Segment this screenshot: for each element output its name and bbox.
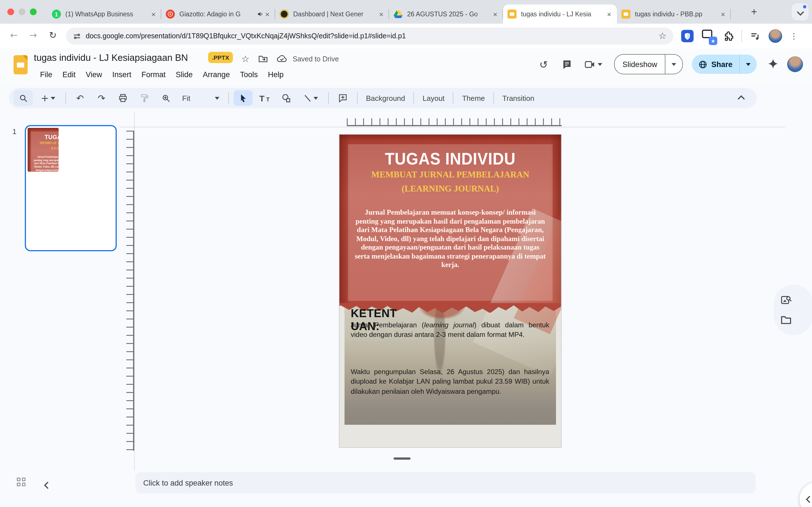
slide-thumbnail[interactable]: TUGAS INDIVIDU MEMBUAT JURNAL PEMBELAJAR…: [25, 125, 117, 251]
slides-icon: [507, 10, 516, 18]
menu-slide[interactable]: Slide: [170, 69, 198, 80]
screen: 1 (1) WhatsApp Business × Giazotto: Adag…: [0, 0, 812, 507]
menu-file[interactable]: File: [35, 69, 57, 80]
bitwarden-extension-icon[interactable]: [681, 30, 694, 42]
menu-tools[interactable]: Tools: [235, 69, 263, 80]
close-tab-icon[interactable]: ×: [264, 10, 271, 18]
grid-view-button[interactable]: [17, 478, 26, 487]
search-menus-button[interactable]: [13, 90, 33, 106]
theme-button[interactable]: Theme: [457, 94, 490, 102]
slideshow-button[interactable]: Slideshow: [614, 54, 683, 74]
insert-shape-button[interactable]: [276, 90, 296, 106]
new-slide-button[interactable]: +: [35, 90, 61, 106]
slide-canvas[interactable]: TUGAS INDIVIDU MEMBUAT JURNAL PEMBELAJAR…: [340, 135, 561, 447]
print-button[interactable]: [113, 90, 133, 106]
collapse-filmstrip-button[interactable]: [45, 480, 50, 490]
ketentuan-paragraph-2[interactable]: Waktu pengumpulan Selasa, 26 Agustus 202…: [351, 367, 549, 397]
move-folder-icon[interactable]: [258, 55, 268, 62]
vertical-guide-line: [134, 112, 135, 470]
emblem-icon: [280, 10, 289, 18]
close-window-button[interactable]: [7, 8, 14, 15]
meet-video-icon[interactable]: [581, 55, 606, 74]
share-dropdown[interactable]: [739, 55, 757, 74]
close-tab-icon[interactable]: ×: [720, 10, 726, 18]
paint-format-button[interactable]: [135, 90, 154, 106]
insert-line-button[interactable]: [298, 90, 324, 106]
menu-view[interactable]: View: [81, 69, 107, 80]
browser-profile-avatar[interactable]: [769, 29, 782, 43]
comments-icon[interactable]: [558, 55, 577, 74]
media-controls-icon[interactable]: [750, 31, 761, 41]
tab-title: (1) WhatsApp Business: [65, 11, 150, 17]
ketentuan-paragraph-1[interactable]: Jurnal Pembelajaran (learning journal) d…: [351, 321, 549, 340]
reload-button[interactable]: ↻: [49, 30, 57, 41]
slides-logo-icon[interactable]: [13, 55, 28, 74]
browser-menu-icon[interactable]: ⋮: [790, 32, 798, 41]
site-settings-icon[interactable]: [73, 32, 81, 40]
menu-edit[interactable]: Edit: [57, 69, 81, 80]
text-box-button[interactable]: TT: [255, 90, 274, 106]
tab-title: tugas individu - PBB.pp: [635, 11, 720, 17]
slide-subtitle-2[interactable]: (LEARNING JOURNAL): [340, 184, 561, 194]
line-icon: [303, 94, 312, 102]
zoom-level-select[interactable]: Fit: [177, 90, 224, 106]
menu-insert[interactable]: Insert: [107, 69, 137, 80]
save-status[interactable]: Saved to Drive: [293, 55, 339, 63]
zoom-button[interactable]: [156, 90, 175, 106]
tab-search-button[interactable]: [792, 3, 809, 20]
close-tab-icon[interactable]: ×: [492, 10, 499, 18]
new-tab-button[interactable]: +: [751, 6, 757, 18]
tab-dashboard[interactable]: Dashboard | Next Gener ×: [275, 4, 389, 24]
account-avatar[interactable]: [787, 56, 803, 72]
slide-title[interactable]: TUGAS INDIVIDU: [348, 149, 552, 168]
extensions-puzzle-icon[interactable]: [723, 31, 733, 41]
tab-bookmark-extension-icon[interactable]: ★: [702, 29, 715, 43]
slide-number: 1: [12, 127, 16, 136]
saved-to-drive-icon: [277, 55, 287, 62]
menu-help[interactable]: Help: [263, 69, 289, 80]
menu-arrange[interactable]: Arrange: [198, 69, 235, 80]
tab-youtube-music[interactable]: Giazotto: Adagio in G ×: [161, 4, 275, 24]
slideshow-dropdown[interactable]: [665, 55, 682, 74]
redo-button[interactable]: ↷: [92, 90, 111, 106]
tab-slides-pbb[interactable]: tugas individu - PBB.pp ×: [617, 4, 731, 24]
gemini-sparkle-icon[interactable]: [767, 58, 779, 70]
share-button[interactable]: Share: [692, 55, 757, 74]
whatsapp-icon: 1: [52, 10, 61, 18]
hide-menus-button[interactable]: [739, 94, 744, 104]
tab-audio-icon[interactable]: [257, 11, 264, 17]
version-history-icon[interactable]: ↺: [534, 55, 553, 74]
vertical-ruler: [126, 131, 134, 451]
zoom-window-button[interactable]: [30, 8, 37, 15]
menu-format[interactable]: Format: [137, 69, 171, 80]
star-document-icon[interactable]: ☆: [241, 54, 250, 64]
browser-toolbar: ← → ↻ docs.google.com/presentation/d/1T8…: [0, 24, 812, 48]
close-tab-icon[interactable]: ×: [378, 10, 385, 18]
tab-drive[interactable]: 26 AGUSTUS 2025 - Go ×: [389, 4, 503, 24]
drive-icon: [394, 10, 403, 18]
select-tool-button[interactable]: [234, 90, 253, 106]
tab-slides-active[interactable]: tugas individu - LJ Kesia ×: [503, 4, 617, 24]
slide-subtitle-1[interactable]: MEMBUAT JURNAL PEMBELAJARAN: [340, 170, 561, 180]
folder-icon[interactable]: [780, 315, 792, 325]
close-tab-icon[interactable]: ×: [150, 10, 157, 18]
tab-whatsapp[interactable]: 1 (1) WhatsApp Business ×: [47, 4, 161, 24]
pptx-badge: .PPTX: [208, 52, 233, 63]
address-bar[interactable]: docs.google.com/presentation/d/1T89Q1Bfq…: [66, 27, 673, 45]
forward-button[interactable]: →: [29, 30, 37, 41]
transition-button[interactable]: Transition: [497, 94, 539, 102]
speaker-notes[interactable]: Click to add speaker notes: [135, 472, 756, 494]
minimize-window-button[interactable]: [18, 8, 26, 15]
insert-comment-button[interactable]: [333, 90, 352, 106]
document-title[interactable]: tugas individu - LJ Kesiapsiagaan BN: [34, 52, 188, 63]
scroll-drag-handle[interactable]: [394, 457, 410, 460]
layout-button[interactable]: Layout: [417, 94, 450, 102]
share-label: Share: [711, 60, 732, 68]
back-button[interactable]: ←: [10, 30, 18, 41]
bookmark-star-icon[interactable]: ☆: [658, 31, 666, 41]
close-tab-icon[interactable]: ×: [606, 10, 612, 18]
background-button[interactable]: Background: [361, 94, 410, 102]
undo-button[interactable]: ↶: [70, 90, 90, 106]
image-search-icon[interactable]: [780, 295, 792, 306]
slide-body-text[interactable]: Jurnal Pembelajaran memuat konsep-konsep…: [354, 209, 546, 270]
